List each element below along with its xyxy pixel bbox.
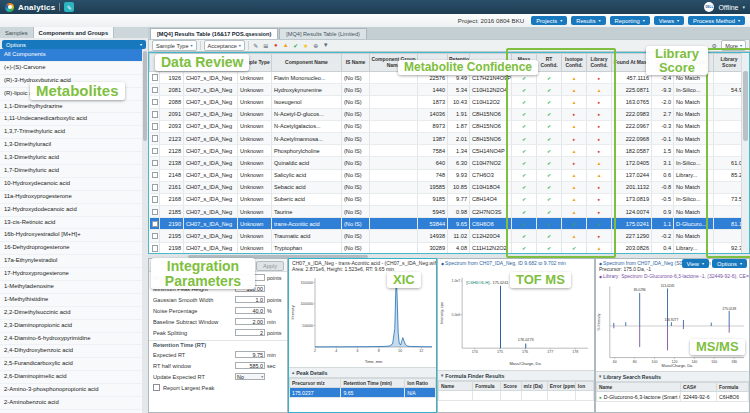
table-row[interactable]: 2123CH07_s_IDA_NegUnknownN-Acetylmannosa… [150, 132, 745, 144]
scrollbar-thumb[interactable] [743, 71, 748, 141]
edit-icon[interactable]: ✎ [252, 42, 260, 49]
table-row[interactable]: 2161CH07_s_IDA_NegUnknownSebacic acid(No… [150, 181, 745, 193]
column-header[interactable]: Formula [473, 382, 501, 391]
component-list-item[interactable]: 2,4-Diamino-6-hydroxypyrimidine [0, 333, 142, 346]
more-dropdown[interactable]: More▾ [721, 40, 746, 51]
column-header[interactable]: Score [501, 382, 521, 391]
component-list-item[interactable]: 1,3-Dimethyluracil [0, 139, 142, 152]
column-header[interactable]: RT Confid. [537, 54, 562, 72]
flag-ok-icon[interactable]: ✔ [292, 42, 300, 49]
table-row[interactable]: 2148CH07_s_IDA_NegUnknownSalicylic acid(… [150, 169, 745, 181]
row-checkbox[interactable] [152, 74, 159, 81]
parameter-input[interactable]: 2.00 [235, 318, 265, 325]
table-row[interactable]: ●D-Glucurono-6,3-lactone (Smart Confirma… [597, 392, 749, 402]
options-button[interactable]: Options▾ [2, 40, 146, 49]
table-row[interactable]: 175.02379.65N/A [290, 388, 436, 398]
row-checkbox[interactable] [152, 184, 159, 191]
column-header[interactable]: Name [439, 382, 473, 391]
table-vertical-scrollbar[interactable] [741, 53, 749, 253]
row-checkbox[interactable] [152, 196, 159, 203]
table-row[interactable]: 2185CH07_s_IDA_NegUnknownTaurine(No IS)5… [150, 206, 745, 218]
component-list-item[interactable]: 1,7-Dimethyluric acid [0, 165, 142, 178]
library-search-header[interactable]: ▾Library Search Results [596, 371, 749, 382]
component-list-item[interactable]: 2,6-Diaminopimelic acid [0, 371, 142, 384]
row-checkbox[interactable] [152, 111, 159, 118]
grid-icon[interactable]: ⊞ [262, 42, 270, 49]
parameter-input[interactable]: 585.0 [235, 362, 265, 369]
acceptance-dropdown[interactable]: Acceptance▾ [204, 40, 245, 51]
table-row[interactable]: 2093CH07_s_IDA_NegUnknownN-Acetylgalacto… [150, 120, 745, 132]
column-header[interactable]: m/z (Da) [521, 382, 547, 391]
ms-ms-panel[interactable]: ◆Spectrum from CH07_IDA_Neg (S0 - 1000) … [595, 258, 750, 413]
results-table-tab[interactable]: [MQ4] Results Table (Limited) [279, 28, 367, 39]
formula-finder-header[interactable]: ▾Formula Finder Results [438, 370, 594, 381]
column-header[interactable]: Error (ppm) [547, 382, 575, 391]
column-header[interactable]: Precursor m/z [290, 379, 341, 388]
zoom-icon[interactable]: ⊕ [312, 42, 320, 49]
column-header[interactable]: IS Name [342, 54, 370, 72]
component-list-item[interactable]: 2,3-Diaminopropionic acid [0, 320, 142, 333]
menu-button-reporting[interactable]: Reporting▾ [610, 16, 650, 25]
menu-button-projects[interactable]: Projects▾ [531, 16, 567, 25]
column-header[interactable]: Isotope Confid. [562, 54, 587, 72]
component-list-item[interactable]: 16b-Hydroxyestradiol [M+H]+ [0, 229, 142, 242]
parameter-input[interactable]: 9.75 [235, 351, 265, 358]
apply-button[interactable]: Apply [256, 261, 284, 271]
table-row[interactable]: 2198CH07_s_IDA_NegUnknownTryptophan(No I… [150, 242, 745, 254]
column-header[interactable]: Ion [575, 382, 593, 391]
table-row[interactable]: 2190CH07_s_IDA_NegUnknowntrans-Aconitic … [150, 218, 745, 230]
filter-icon[interactable]: ▼ [322, 42, 330, 49]
sample-type-dropdown[interactable]: Sample Type▾ [152, 40, 197, 51]
component-list-item[interactable]: 17a-Ethynylestradiol [0, 255, 142, 268]
row-checkbox[interactable] [152, 99, 159, 106]
column-header[interactable]: Name [597, 383, 681, 392]
scrollbar-thumb[interactable] [143, 51, 147, 141]
options-button[interactable]: Options▾ [712, 259, 747, 268]
parameter-input[interactable]: 40.0 [235, 307, 265, 314]
row-checkbox[interactable] [152, 172, 159, 179]
table-row[interactable] [439, 391, 594, 401]
row-checkbox[interactable] [152, 87, 159, 94]
update-expected-rt-select[interactable]: No▾ [235, 373, 265, 380]
column-header[interactable]: Formula [717, 383, 749, 392]
component-list-item[interactable]: 12-Hydroxydodecanoic acid [0, 204, 142, 217]
parameter-input[interactable]: 2 [235, 329, 265, 336]
table-row[interactable]: 2138CH07_s_IDA_NegUnknownQuinaldic acid(… [150, 157, 745, 169]
star-icon[interactable]: ★ [302, 42, 310, 49]
component-list-item[interactable]: 1,1-Dimethylhydrazine [0, 101, 142, 114]
sidebar-tab-samples[interactable]: Samples [0, 27, 34, 38]
chevron-down-icon[interactable]: ▾ [742, 4, 745, 10]
table-row[interactable]: 2088CH07_s_IDA_NegUnknownIsoeugenol(No I… [150, 96, 745, 108]
table-row[interactable]: 2168CH07_s_IDA_NegUnknownSuberic acid(No… [150, 193, 745, 205]
component-list-item[interactable]: 17-Hydroxyprogesterone [0, 268, 142, 281]
component-list-item[interactable]: 1,3-Dimethyluric acid [0, 152, 142, 165]
component-list-item[interactable]: (+)-(S)-Carvone [0, 62, 142, 75]
column-header[interactable]: Library Confid. [587, 54, 612, 72]
column-header[interactable]: Component Name [272, 54, 342, 72]
component-list-item[interactable]: 2-Aminobenzoic acid [0, 397, 142, 410]
component-list-item[interactable]: 11a-Hydroxyprogesterone [0, 191, 142, 204]
component-list-item[interactable]: 16-Dehydroprogesterone [0, 242, 142, 255]
menu-button-process-method[interactable]: Process Method▾ [688, 16, 745, 25]
notebook-icon[interactable]: ✎ [64, 2, 74, 12]
component-list-item[interactable]: 1-Methylhistidine [0, 294, 142, 307]
ms-ms-chart[interactable]: 6080100120140160180Mass/Charge, Da% Inte… [596, 279, 749, 371]
settings-icon[interactable]: ⚙ [710, 42, 718, 49]
table-row[interactable]: 2195CH07_s_IDA_NegUnknownTraumatic acid(… [150, 230, 745, 242]
table-row[interactable]: 2128CH07_s_IDA_NegUnknownPhosphorylcholi… [150, 145, 745, 157]
menu-button-results[interactable]: Results▾ [571, 16, 605, 25]
component-list-item[interactable]: 2,5-Furandicarboxylic acid [0, 358, 142, 371]
column-header[interactable]: Ion Ratio [405, 379, 436, 388]
column-header[interactable]: Retention Time (min) [341, 379, 405, 388]
view-button[interactable]: View▾ [682, 259, 709, 268]
component-list-item[interactable]: 10-Hydroxydecanoic acid [0, 178, 142, 191]
menu-button-views[interactable]: Views▾ [654, 16, 684, 25]
row-checkbox[interactable] [152, 209, 159, 216]
component-list-item[interactable]: 2,2-Dimethylsuccinic acid [0, 307, 142, 320]
component-list-item[interactable]: 1,11-Undecanedicarboxylic acid [0, 113, 142, 126]
component-list-item[interactable]: 1,3,7-Trimethyluric acid [0, 126, 142, 139]
component-list-item[interactable]: 2,4-Dihydroxybenzoic acid [0, 345, 142, 358]
row-checkbox[interactable] [152, 148, 159, 155]
row-checkbox[interactable] [152, 245, 159, 252]
table-row[interactable]: 2081CH07_s_IDA_NegUnknownHydroxykynureni… [150, 84, 745, 96]
